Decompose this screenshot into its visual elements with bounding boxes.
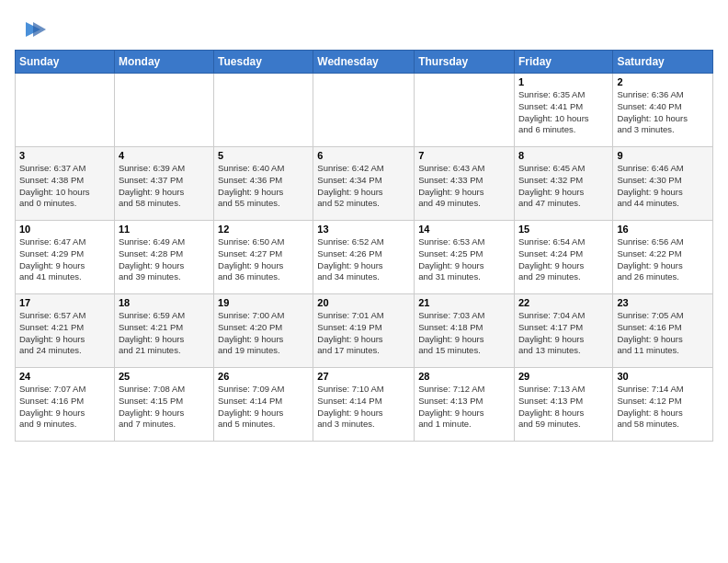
calendar-cell: 6Sunrise: 6:42 AM Sunset: 4:34 PM Daylig… (313, 147, 415, 221)
calendar-week-row: 17Sunrise: 6:57 AM Sunset: 4:21 PM Dayli… (16, 294, 713, 368)
calendar-week-row: 24Sunrise: 7:07 AM Sunset: 4:16 PM Dayli… (16, 368, 713, 442)
calendar-cell: 28Sunrise: 7:12 AM Sunset: 4:13 PM Dayli… (415, 368, 515, 442)
day-info: Sunrise: 6:37 AM Sunset: 4:38 PM Dayligh… (19, 163, 110, 210)
day-number: 11 (119, 224, 210, 235)
day-info: Sunrise: 6:57 AM Sunset: 4:21 PM Dayligh… (19, 310, 110, 357)
day-number: 8 (518, 150, 609, 161)
calendar-cell: 27Sunrise: 7:10 AM Sunset: 4:14 PM Dayli… (313, 368, 415, 442)
day-number: 4 (119, 150, 210, 161)
calendar-cell (114, 74, 213, 147)
day-number: 5 (218, 150, 309, 161)
calendar-cell: 30Sunrise: 7:14 AM Sunset: 4:12 PM Dayli… (613, 368, 713, 442)
day-number: 3 (19, 150, 110, 161)
day-number: 25 (119, 371, 210, 382)
day-info: Sunrise: 6:39 AM Sunset: 4:37 PM Dayligh… (119, 163, 210, 210)
day-info: Sunrise: 6:40 AM Sunset: 4:36 PM Dayligh… (218, 163, 309, 210)
day-number: 16 (617, 224, 709, 235)
calendar-cell: 9Sunrise: 6:46 AM Sunset: 4:30 PM Daylig… (613, 147, 713, 221)
day-info: Sunrise: 6:49 AM Sunset: 4:28 PM Dayligh… (119, 236, 210, 283)
calendar-cell: 21Sunrise: 7:03 AM Sunset: 4:18 PM Dayli… (415, 294, 515, 368)
calendar-cell: 23Sunrise: 7:05 AM Sunset: 4:16 PM Dayli… (613, 294, 713, 368)
day-info: Sunrise: 6:42 AM Sunset: 4:34 PM Dayligh… (317, 163, 410, 210)
day-number: 29 (518, 371, 609, 382)
day-number: 12 (218, 224, 309, 235)
day-number: 23 (617, 297, 709, 308)
day-info: Sunrise: 6:47 AM Sunset: 4:29 PM Dayligh… (19, 236, 110, 283)
calendar-cell: 17Sunrise: 6:57 AM Sunset: 4:21 PM Dayli… (16, 294, 115, 368)
day-info: Sunrise: 7:10 AM Sunset: 4:14 PM Dayligh… (317, 384, 410, 431)
day-number: 6 (317, 150, 410, 161)
logo-icon (17, 15, 46, 44)
day-info: Sunrise: 6:45 AM Sunset: 4:32 PM Dayligh… (518, 163, 609, 210)
day-info: Sunrise: 6:54 AM Sunset: 4:24 PM Dayligh… (518, 236, 609, 283)
calendar-cell (313, 74, 415, 147)
day-info: Sunrise: 6:53 AM Sunset: 4:25 PM Dayligh… (418, 236, 510, 283)
weekday-header: Sunday (16, 51, 115, 74)
day-info: Sunrise: 6:52 AM Sunset: 4:26 PM Dayligh… (317, 236, 410, 283)
calendar-cell: 14Sunrise: 6:53 AM Sunset: 4:25 PM Dayli… (415, 221, 515, 294)
day-info: Sunrise: 6:56 AM Sunset: 4:22 PM Dayligh… (617, 236, 709, 283)
calendar-cell: 24Sunrise: 7:07 AM Sunset: 4:16 PM Dayli… (16, 368, 115, 442)
day-info: Sunrise: 6:36 AM Sunset: 4:40 PM Dayligh… (617, 89, 709, 136)
day-info: Sunrise: 7:09 AM Sunset: 4:14 PM Dayligh… (218, 384, 309, 431)
day-number: 13 (317, 224, 410, 235)
day-number: 18 (119, 297, 210, 308)
day-info: Sunrise: 6:50 AM Sunset: 4:27 PM Dayligh… (218, 236, 309, 283)
calendar-cell: 10Sunrise: 6:47 AM Sunset: 4:29 PM Dayli… (16, 221, 115, 294)
day-number: 19 (218, 297, 309, 308)
calendar-cell: 15Sunrise: 6:54 AM Sunset: 4:24 PM Dayli… (514, 221, 612, 294)
day-number: 14 (418, 224, 510, 235)
day-number: 21 (418, 297, 510, 308)
header (15, 11, 713, 44)
day-number: 10 (19, 224, 110, 235)
day-info: Sunrise: 7:01 AM Sunset: 4:19 PM Dayligh… (317, 310, 410, 357)
calendar-week-row: 1Sunrise: 6:35 AM Sunset: 4:41 PM Daylig… (16, 74, 713, 147)
calendar-week-row: 3Sunrise: 6:37 AM Sunset: 4:38 PM Daylig… (16, 147, 713, 221)
day-info: Sunrise: 6:43 AM Sunset: 4:33 PM Dayligh… (418, 163, 510, 210)
day-number: 22 (518, 297, 609, 308)
calendar-cell: 18Sunrise: 6:59 AM Sunset: 4:21 PM Dayli… (114, 294, 213, 368)
calendar-cell (214, 74, 313, 147)
day-info: Sunrise: 7:12 AM Sunset: 4:13 PM Dayligh… (418, 384, 510, 431)
day-info: Sunrise: 6:59 AM Sunset: 4:21 PM Dayligh… (119, 310, 210, 357)
calendar-cell: 22Sunrise: 7:04 AM Sunset: 4:17 PM Dayli… (514, 294, 612, 368)
calendar-cell: 11Sunrise: 6:49 AM Sunset: 4:28 PM Dayli… (114, 221, 213, 294)
calendar-header-row: SundayMondayTuesdayWednesdayThursdayFrid… (16, 51, 713, 74)
svg-marker-1 (33, 22, 46, 37)
calendar-cell: 19Sunrise: 7:00 AM Sunset: 4:20 PM Dayli… (214, 294, 313, 368)
calendar-cell: 8Sunrise: 6:45 AM Sunset: 4:32 PM Daylig… (514, 147, 612, 221)
weekday-header: Thursday (415, 51, 515, 74)
calendar-cell: 29Sunrise: 7:13 AM Sunset: 4:13 PM Dayli… (514, 368, 612, 442)
day-number: 15 (518, 224, 609, 235)
day-number: 7 (418, 150, 510, 161)
day-number: 9 (617, 150, 709, 161)
day-number: 2 (617, 76, 709, 87)
calendar-cell: 12Sunrise: 6:50 AM Sunset: 4:27 PM Dayli… (214, 221, 313, 294)
day-number: 27 (317, 371, 410, 382)
calendar-cell: 2Sunrise: 6:36 AM Sunset: 4:40 PM Daylig… (613, 74, 713, 147)
calendar-cell: 1Sunrise: 6:35 AM Sunset: 4:41 PM Daylig… (514, 74, 612, 147)
calendar-cell (16, 74, 115, 147)
day-number: 28 (418, 371, 510, 382)
day-info: Sunrise: 6:46 AM Sunset: 4:30 PM Dayligh… (617, 163, 709, 210)
day-info: Sunrise: 7:00 AM Sunset: 4:20 PM Dayligh… (218, 310, 309, 357)
day-number: 17 (19, 297, 110, 308)
calendar-cell: 5Sunrise: 6:40 AM Sunset: 4:36 PM Daylig… (214, 147, 313, 221)
calendar-cell (415, 74, 515, 147)
calendar-cell: 4Sunrise: 6:39 AM Sunset: 4:37 PM Daylig… (114, 147, 213, 221)
calendar-cell: 26Sunrise: 7:09 AM Sunset: 4:14 PM Dayli… (214, 368, 313, 442)
calendar-cell: 3Sunrise: 6:37 AM Sunset: 4:38 PM Daylig… (16, 147, 115, 221)
day-info: Sunrise: 7:05 AM Sunset: 4:16 PM Dayligh… (617, 310, 709, 357)
logo-text (15, 15, 46, 44)
day-number: 30 (617, 371, 709, 382)
day-info: Sunrise: 7:07 AM Sunset: 4:16 PM Dayligh… (19, 384, 110, 431)
day-info: Sunrise: 6:35 AM Sunset: 4:41 PM Dayligh… (518, 89, 609, 136)
weekday-header: Monday (114, 51, 213, 74)
day-number: 1 (518, 76, 609, 87)
calendar-cell: 13Sunrise: 6:52 AM Sunset: 4:26 PM Dayli… (313, 221, 415, 294)
weekday-header: Friday (514, 51, 612, 74)
calendar-week-row: 10Sunrise: 6:47 AM Sunset: 4:29 PM Dayli… (16, 221, 713, 294)
calendar-cell: 20Sunrise: 7:01 AM Sunset: 4:19 PM Dayli… (313, 294, 415, 368)
logo (15, 15, 46, 44)
calendar-cell: 7Sunrise: 6:43 AM Sunset: 4:33 PM Daylig… (415, 147, 515, 221)
